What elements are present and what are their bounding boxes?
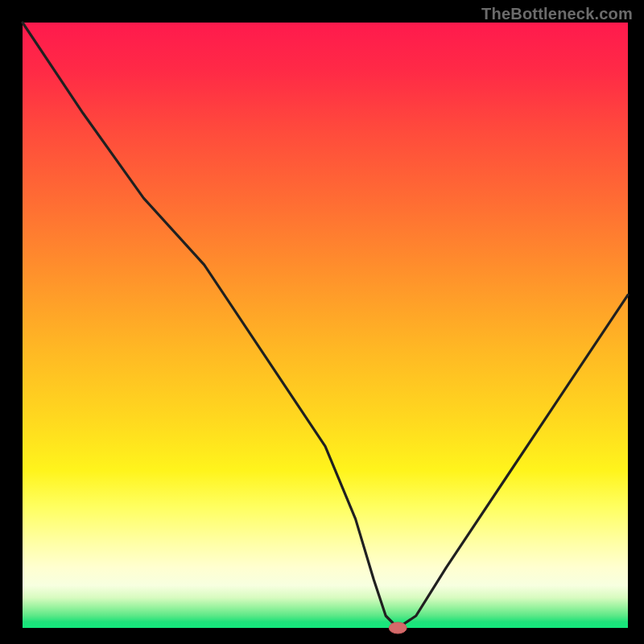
chart-frame: TheBottleneck.com bbox=[0, 0, 644, 644]
watermark-text: TheBottleneck.com bbox=[481, 5, 633, 23]
curve-path bbox=[23, 23, 628, 628]
optimum-marker bbox=[389, 622, 407, 634]
bottleneck-curve bbox=[23, 23, 628, 628]
plot-area bbox=[23, 23, 628, 628]
